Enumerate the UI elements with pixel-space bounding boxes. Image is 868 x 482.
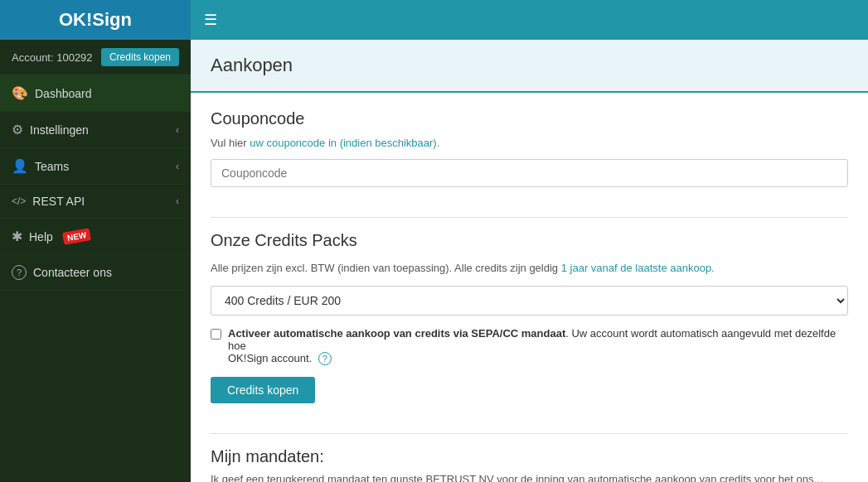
coupon-subtitle-link[interactable]: uw couponcode in (indien beschikbaar). [250, 137, 439, 149]
teams-icon: 👤 [12, 158, 28, 174]
auto-purchase-row: Activeer automatische aankoop van credit… [211, 327, 848, 365]
chevron-icon-instellingen: ‹ [176, 124, 179, 136]
sidebar-label-help: Help [29, 230, 53, 243]
mandaten-title: Mijn mandaten: [211, 447, 848, 466]
mandaten-section: Mijn mandaten: Ik geef een terugkerend m… [211, 447, 848, 482]
auto-purchase-checkbox[interactable] [211, 329, 221, 340]
content-header: Aankopen [191, 40, 868, 93]
pricing-note-link[interactable]: 1 jaar vanaf de laatste aankoop. [561, 262, 715, 274]
sidebar-label-dashboard: Dashboard [35, 87, 92, 100]
coupon-section-title: Couponcode [211, 109, 848, 128]
api-icon: </> [12, 195, 26, 207]
sidebar-label-instellingen: Instellingen [30, 123, 89, 137]
dashboard-icon: 🎨 [12, 85, 28, 101]
sidebar-item-teams[interactable]: 👤 Teams ‹ [0, 148, 191, 185]
menu-toggle-icon[interactable]: ☰ [191, 11, 230, 29]
credits-pack-select[interactable]: 400 Credits / EUR 200 [211, 286, 848, 316]
content-area: Aankopen Couponcode Vul hier uw couponco… [191, 40, 868, 482]
divider-2 [211, 433, 848, 434]
main-layout: Account: 100292 Credits kopen 🎨 Dashboar… [0, 40, 868, 482]
credits-section: Onze Credits Packs Alle prijzen zijn exc… [211, 231, 848, 420]
mandaten-text: Ik geef een terugkerend mandaat ten guns… [211, 473, 848, 482]
sidebar: Account: 100292 Credits kopen 🎨 Dashboar… [0, 40, 191, 482]
app-logo: OK!Sign [0, 0, 191, 40]
contact-icon: ? [12, 265, 27, 280]
sidebar-credits-kopen-button[interactable]: Credits kopen [101, 48, 179, 66]
pricing-note: Alle prijzen zijn excl. BTW (indien van … [211, 262, 848, 274]
new-badge: NEW [62, 228, 91, 245]
sidebar-label-contact: Contacteer ons [33, 266, 112, 279]
sidebar-label-rest-api: REST API [32, 195, 85, 208]
sidebar-item-dashboard[interactable]: 🎨 Dashboard [0, 75, 191, 112]
auto-purchase-text: Activeer automatische aankoop van credit… [228, 327, 848, 365]
sidebar-account: Account: 100292 Credits kopen [0, 40, 191, 75]
coupon-input[interactable] [211, 159, 848, 187]
chevron-icon-teams: ‹ [176, 161, 179, 172]
settings-icon: ⚙ [12, 122, 23, 137]
content-body: Couponcode Vul hier uw couponcode in (in… [191, 93, 868, 482]
sidebar-label-teams: Teams [35, 160, 69, 173]
page-title: Aankopen [211, 55, 848, 76]
divider-1 [211, 217, 848, 218]
coupon-subtitle: Vul hier uw couponcode in (indien beschi… [211, 137, 848, 149]
chevron-icon-rest-api: ‹ [176, 195, 179, 207]
sidebar-item-contact[interactable]: ? Contacteer ons [0, 255, 191, 291]
buy-credits-button[interactable]: Credits kopen [211, 377, 315, 403]
top-bar: OK!Sign ☰ [0, 0, 868, 40]
sidebar-item-rest-api[interactable]: </> REST API ‹ [0, 185, 191, 219]
credits-section-title: Onze Credits Packs [211, 231, 848, 250]
account-label: Account: 100292 [12, 51, 93, 64]
sidebar-item-instellingen[interactable]: ⚙ Instellingen ‹ [0, 112, 191, 148]
coupon-section: Couponcode Vul hier uw couponcode in (in… [211, 109, 848, 204]
help-tooltip-icon[interactable]: ? [318, 352, 332, 365]
sidebar-item-help[interactable]: ✱ Help NEW [0, 219, 191, 255]
help-icon: ✱ [12, 229, 22, 244]
